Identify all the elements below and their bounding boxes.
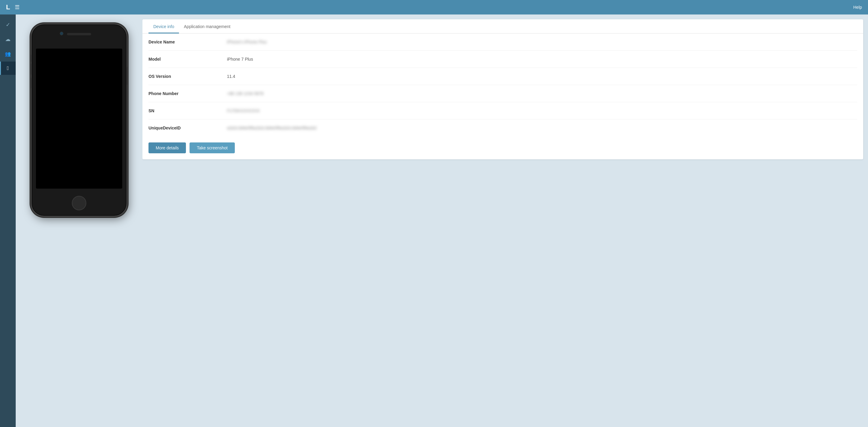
tab-app-management[interactable]: Application management: [179, 19, 235, 33]
iphone-power-button: [127, 67, 128, 85]
field-label-phone-number: Phone Number: [149, 91, 227, 96]
field-label-sn: SN: [149, 108, 227, 113]
take-screenshot-button[interactable]: Take screenshot: [189, 143, 235, 153]
field-label-udid: UniqueDeviceID: [149, 125, 227, 130]
iphone-volume-down: [30, 78, 31, 88]
main-layout: ✓ ☁ 👥 : [0, 14, 868, 427]
tab-device-info[interactable]: Device info: [149, 19, 179, 33]
field-value-phone-number: +86 138 1234 5678: [227, 91, 264, 96]
table-row: SN F17DKXXXXXXX: [149, 102, 857, 120]
field-value-sn: F17DKXXXXXXX: [227, 108, 260, 113]
table-row: OS Version 11.4: [149, 68, 857, 85]
iphone-mute-button: [30, 55, 31, 62]
field-value-device-name: iPhone's iPhone Plus: [227, 39, 267, 44]
iphone-home-button: [72, 196, 86, 210]
navbar: L ☰ Help: [0, 0, 868, 14]
iphone-screen: [36, 49, 122, 189]
more-details-button[interactable]: More details: [149, 143, 186, 153]
app-logo: L: [6, 3, 10, 11]
field-label-model: Model: [149, 57, 227, 62]
iphone-volume-up: [30, 64, 31, 74]
sidebar: ✓ ☁ 👥 : [0, 14, 16, 427]
users-icon: 👥: [5, 51, 11, 57]
field-value-os-version: 11.4: [227, 74, 235, 79]
help-link[interactable]: Help: [853, 5, 862, 10]
sidebar-item-tasks[interactable]: ✓: [0, 18, 16, 31]
info-card: Device info Application management Devic…: [143, 19, 863, 159]
info-panel: Device info Application management Devic…: [143, 14, 868, 427]
sidebar-item-cloud[interactable]: ☁: [0, 33, 16, 46]
table-row: Model iPhone 7 Plus: [149, 51, 857, 68]
iphone-camera: [60, 32, 63, 35]
field-label-device-name: Device Name: [149, 39, 227, 44]
content-area: Device info Application management Devic…: [16, 14, 868, 427]
sidebar-item-users[interactable]: 👥: [0, 47, 16, 60]
device-info-table: Device Name iPhone's iPhone Plus Model i…: [143, 33, 863, 136]
tasks-icon: ✓: [6, 22, 10, 28]
button-row: More details Take screenshot: [143, 136, 863, 159]
phone-area: [16, 14, 143, 427]
active-indicator: [0, 62, 1, 75]
iphone-speaker: [67, 33, 91, 35]
table-row: Device Name iPhone's iPhone Plus: [149, 33, 857, 51]
iphone-mockup: [31, 24, 127, 217]
field-value-udid: a1b2c3d4e5f6a1b2c3d4e5f6a1b2c3d4e5f6a1b2: [227, 125, 317, 130]
table-row: UniqueDeviceID a1b2c3d4e5f6a1b2c3d4e5f6a…: [149, 120, 857, 136]
table-row: Phone Number +86 138 1234 5678: [149, 85, 857, 102]
menu-icon[interactable]: ☰: [15, 4, 20, 10]
tabs: Device info Application management: [143, 19, 863, 33]
field-label-os-version: OS Version: [149, 74, 227, 79]
apple-icon: : [7, 65, 9, 71]
field-value-model: iPhone 7 Plus: [227, 57, 253, 62]
navbar-left: L ☰: [6, 3, 20, 11]
cloud-icon: ☁: [5, 36, 10, 42]
sidebar-item-apple[interactable]: : [0, 62, 16, 75]
